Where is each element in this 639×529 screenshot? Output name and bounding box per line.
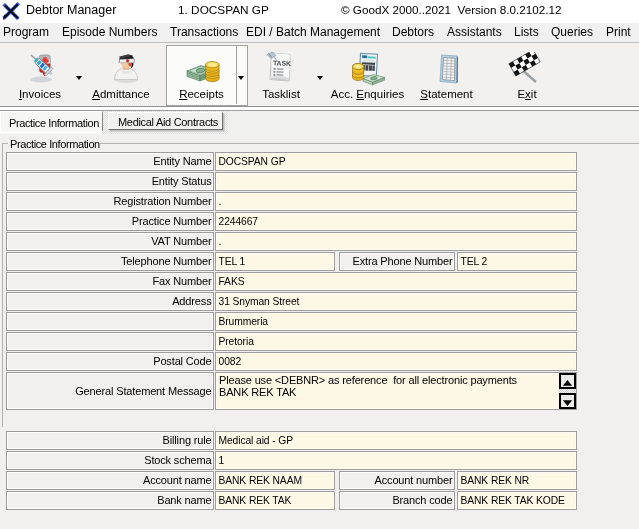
svg-text:TASK: TASK bbox=[273, 59, 291, 67]
